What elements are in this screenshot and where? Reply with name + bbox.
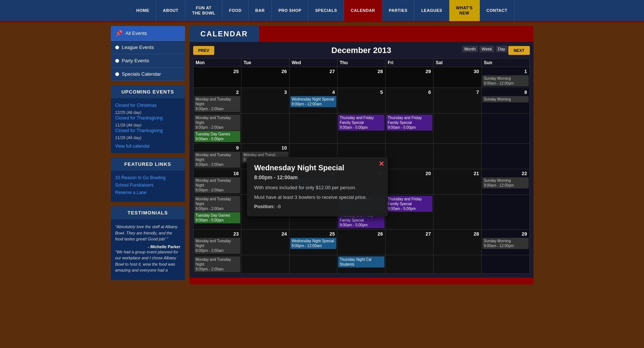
sidebar-item-all-events[interactable]: 📌 All Events bbox=[111, 26, 185, 41]
table-row: 25 26 27 28 29 30 1 Sunday Morning9:00am… bbox=[193, 67, 529, 88]
day-number: 20 bbox=[386, 170, 433, 177]
cal-day: 6 bbox=[385, 88, 433, 114]
cal-event[interactable]: Monday and Tuesday Night8:00pm - 2:00am bbox=[194, 238, 241, 254]
cal-day: 24 bbox=[241, 230, 290, 255]
month-view-btn[interactable]: Month bbox=[462, 46, 478, 52]
day-number: 24 bbox=[242, 230, 288, 237]
cal-event[interactable]: Sunday Morning bbox=[482, 96, 529, 102]
featured-link-reserve[interactable]: Reserve a Lane bbox=[115, 190, 181, 195]
col-header-tue: Tue bbox=[241, 59, 290, 67]
cal-day-sunday bbox=[481, 195, 529, 230]
cal-event[interactable]: Monday and Tuesday Night8:00pm - 2:00am bbox=[194, 152, 241, 168]
day-number: 2 bbox=[194, 89, 241, 96]
cal-event[interactable]: Monday and Tuesday Night8:00pm - 2:00am bbox=[194, 256, 241, 272]
cal-day: 26 bbox=[337, 230, 386, 255]
popup-title: Wednesday Night Special bbox=[254, 164, 380, 172]
cal-event[interactable]: Thursday Night Cal Students bbox=[338, 256, 384, 267]
nav-about[interactable]: ABOUT bbox=[156, 0, 186, 21]
cal-event-wed-special[interactable]: Wednesday Night Special8:00pm - 12:00am bbox=[290, 96, 337, 107]
cal-day bbox=[433, 255, 482, 274]
col-header-mon: Mon bbox=[193, 59, 241, 67]
cal-day bbox=[433, 144, 482, 169]
nav-bar: HOME ABOUT FUN AT THE BOWL FOOD BAR PRO … bbox=[0, 0, 644, 22]
table-row: 2 Monday and Tuesday Night8:00pm - 2:00a… bbox=[193, 88, 529, 114]
cal-day: 5 bbox=[337, 88, 386, 114]
event-date-christmas: 12/25 (All day) bbox=[115, 110, 142, 115]
nav-leagues[interactable]: LEAGUES bbox=[415, 0, 449, 21]
nav-bar[interactable]: BAR bbox=[249, 0, 272, 21]
pin-icon: 📌 bbox=[115, 30, 123, 37]
nav-home[interactable]: HOME bbox=[130, 0, 156, 21]
cal-day: 3 bbox=[241, 88, 290, 114]
sidebar-item-party-events[interactable]: Party Events bbox=[111, 54, 185, 68]
cal-day: Thursday and Friday Family Special9:00am… bbox=[385, 195, 433, 230]
main-wrapper: 📌 All Events League Events Party Events … bbox=[107, 22, 537, 288]
day-number: 16 bbox=[194, 170, 241, 177]
cal-day bbox=[241, 255, 290, 274]
cal-event[interactable]: Tuesday Day Games9:00am - 5:00pm bbox=[194, 212, 241, 223]
nav-food[interactable]: FOOD bbox=[222, 0, 249, 21]
cal-event[interactable]: Monday and Tuesday Night8:00pm - 2:00am bbox=[194, 177, 241, 193]
col-header-sat: Sat bbox=[433, 59, 482, 67]
testimonial-quote-1: "Absolutely love the staff at Albany Bow… bbox=[115, 224, 181, 242]
cal-event[interactable]: Thursday and Friday Family Special9:00am… bbox=[338, 115, 384, 131]
view-full-calendar-link[interactable]: View full calendar bbox=[115, 144, 181, 149]
calendar-tab-label: CALENDAR bbox=[201, 30, 248, 38]
week-view-btn[interactable]: Week bbox=[479, 46, 494, 52]
day-number: 21 bbox=[434, 170, 480, 177]
cal-event[interactable]: Thursday and Friday Family Special9:00am… bbox=[386, 115, 433, 131]
next-button[interactable]: NEXT bbox=[508, 46, 529, 55]
prev-button[interactable]: PREV bbox=[193, 46, 215, 55]
featured-link-fundraisers[interactable]: School Fundraisers bbox=[115, 183, 181, 188]
day-number: 1 bbox=[482, 68, 529, 75]
featured-links-title: FEATURED LINKS bbox=[111, 158, 185, 171]
sidebar: 📌 All Events League Events Party Events … bbox=[111, 26, 185, 285]
nav-whatsnew[interactable]: WHAT'S NEW bbox=[449, 0, 480, 21]
sidebar-item-specials-calendar[interactable]: Specials Calendar bbox=[111, 68, 185, 81]
cal-day-sunday bbox=[481, 114, 529, 144]
day-number: 30 bbox=[434, 68, 480, 75]
featured-link-bowling[interactable]: 10 Reason to Go Bowling bbox=[115, 175, 181, 180]
nav-contact[interactable]: CONTACT bbox=[480, 0, 514, 21]
day-number: 10 bbox=[242, 144, 288, 151]
cal-day-sunday: 29 Sunday Morning9:00am - 12:00pm bbox=[481, 230, 529, 255]
cal-day bbox=[289, 114, 337, 144]
calendar-inner: PREV December 2013 Month Week Day NEXT M… bbox=[189, 42, 534, 278]
cal-event[interactable]: Sunday Morning9:00am - 12:00pm bbox=[482, 75, 529, 86]
event-link-thanksgiving-2[interactable]: Closed for Thanksgiving bbox=[115, 128, 181, 133]
day-number: 4 bbox=[290, 89, 337, 96]
col-header-thu: Thu bbox=[337, 59, 386, 67]
cal-event[interactable]: Tuesday Day Games9:00am - 5:00pm bbox=[194, 131, 241, 142]
day-view-btn[interactable]: Day bbox=[496, 46, 508, 52]
nav-parties[interactable]: PARTIES bbox=[382, 0, 415, 21]
event-link-christmas[interactable]: Closed for Christmas bbox=[115, 103, 181, 108]
nav-calendar[interactable]: CALENDAR bbox=[344, 0, 382, 21]
cal-event[interactable]: Thursday and Friday Family Special9:00am… bbox=[386, 196, 433, 212]
sidebar-item-label: All Events bbox=[126, 30, 147, 36]
nav-proshop[interactable]: PRO SHOP bbox=[272, 0, 308, 21]
cal-day: 30 bbox=[433, 67, 482, 88]
popup-close-button[interactable]: ✕ bbox=[379, 160, 384, 168]
day-number: 5 bbox=[338, 89, 384, 96]
cal-day: Monday and Tuesday Night8:00pm - 2:00am … bbox=[193, 195, 241, 230]
cal-event[interactable]: Sunday Morning9:00am - 12:00pm bbox=[482, 177, 529, 188]
col-header-wed: Wed bbox=[289, 59, 337, 67]
cal-event[interactable]: Monday and Tuesday Night8:00pm - 2:00am bbox=[194, 196, 241, 212]
cal-day: 7 bbox=[433, 88, 482, 114]
cal-day: 20 bbox=[385, 169, 433, 195]
cal-day-sunday: 22 Sunday Morning9:00am - 12:00pm bbox=[481, 169, 529, 195]
cal-day bbox=[385, 255, 433, 274]
nav-fun[interactable]: FUN AT THE BOWL bbox=[185, 0, 222, 21]
day-number: 29 bbox=[482, 230, 529, 237]
cal-event[interactable]: Sunday Morning9:00am - 12:00pm bbox=[482, 238, 529, 249]
cal-event[interactable]: Monday and Tuesday Night8:00pm - 2:00am bbox=[194, 115, 241, 131]
day-number: 25 bbox=[194, 68, 241, 75]
cal-day: 2 Monday and Tuesday Night8:00pm - 2:00a… bbox=[193, 88, 241, 114]
sidebar-item-league-events[interactable]: League Events bbox=[111, 41, 185, 54]
cal-event[interactable]: Monday and Tuesday Night8:00pm - 2:00am bbox=[194, 96, 241, 112]
cal-day: 25 Wednesday Night Special8:00pm - 12:00… bbox=[289, 230, 337, 255]
cal-event[interactable]: Wednesday Night Special8:00pm - 12:00am bbox=[290, 238, 337, 249]
nav-specials[interactable]: SPECIALS bbox=[308, 0, 344, 21]
event-link-thanksgiving-1[interactable]: Closed for Thanksgiving bbox=[115, 115, 181, 121]
cal-day: 9 Monday and Tuesday Night8:00pm - 2:00a… bbox=[193, 144, 241, 169]
